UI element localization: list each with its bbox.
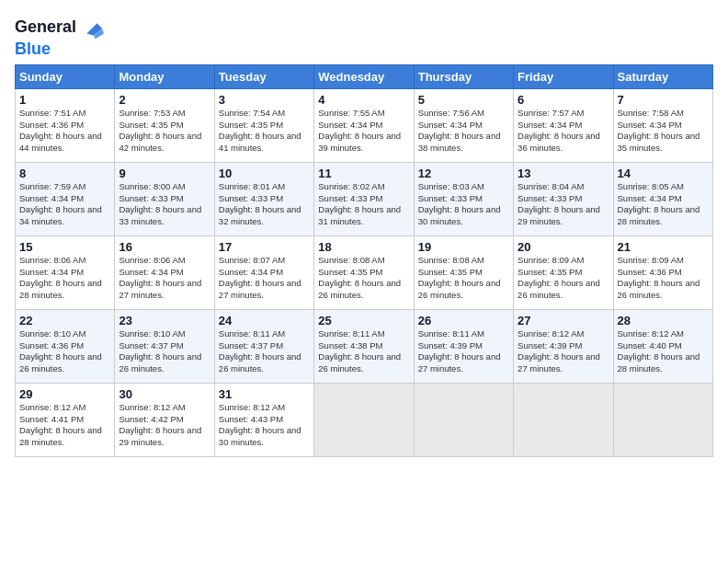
calendar-cell: 20 Sunrise: 8:09 AMSunset: 4:35 PMDaylig… — [514, 236, 613, 309]
day-number: 6 — [518, 93, 609, 107]
day-number: 7 — [618, 93, 709, 107]
logo-text-blue: Blue — [15, 40, 104, 59]
day-number: 15 — [19, 240, 110, 254]
cell-info: Sunrise: 7:58 AMSunset: 4:34 PMDaylight:… — [618, 108, 700, 153]
calendar-table: SundayMondayTuesdayWednesdayThursdayFrid… — [15, 64, 713, 457]
calendar-cell: 6 Sunrise: 7:57 AMSunset: 4:34 PMDayligh… — [514, 88, 613, 162]
logo-bird-icon — [78, 15, 104, 40]
calendar-cell: 27 Sunrise: 8:12 AMSunset: 4:39 PMDaylig… — [514, 309, 613, 383]
day-number: 3 — [219, 93, 310, 107]
cell-info: Sunrise: 8:01 AMSunset: 4:33 PMDaylight:… — [219, 181, 301, 226]
day-number: 12 — [418, 167, 509, 180]
calendar-cell — [414, 383, 513, 456]
cell-info: Sunrise: 7:54 AMSunset: 4:35 PMDaylight:… — [219, 108, 301, 153]
cell-info: Sunrise: 8:03 AMSunset: 4:33 PMDaylight:… — [418, 181, 501, 226]
header: General Blue — [15, 11, 713, 59]
day-number: 17 — [219, 240, 310, 254]
cell-info: Sunrise: 8:08 AMSunset: 4:35 PMDaylight:… — [418, 255, 501, 300]
calendar-cell — [514, 383, 613, 456]
calendar-cell: 19 Sunrise: 8:08 AMSunset: 4:35 PMDaylig… — [414, 236, 513, 309]
day-number: 31 — [219, 387, 310, 401]
cell-info: Sunrise: 7:56 AMSunset: 4:34 PMDaylight:… — [418, 108, 501, 153]
calendar-cell: 15 Sunrise: 8:06 AMSunset: 4:34 PMDaylig… — [16, 236, 115, 309]
cell-info: Sunrise: 7:51 AMSunset: 4:36 PMDaylight:… — [19, 108, 102, 153]
calendar-cell: 21 Sunrise: 8:09 AMSunset: 4:36 PMDaylig… — [613, 236, 712, 309]
cell-info: Sunrise: 7:59 AMSunset: 4:34 PMDaylight:… — [19, 181, 102, 226]
cell-info: Sunrise: 8:06 AMSunset: 4:34 PMDaylight:… — [19, 255, 102, 300]
day-number: 13 — [518, 167, 609, 180]
header-row: SundayMondayTuesdayWednesdayThursdayFrid… — [16, 64, 713, 88]
col-header-monday: Monday — [115, 64, 214, 88]
calendar-cell: 7 Sunrise: 7:58 AMSunset: 4:34 PMDayligh… — [613, 88, 712, 162]
day-number: 16 — [119, 240, 210, 254]
cell-info: Sunrise: 8:04 AMSunset: 4:33 PMDaylight:… — [518, 181, 600, 226]
day-number: 21 — [618, 240, 709, 254]
day-number: 1 — [19, 93, 110, 107]
cell-info: Sunrise: 8:11 AMSunset: 4:38 PMDaylight:… — [318, 328, 401, 373]
calendar-cell: 2 Sunrise: 7:53 AMSunset: 4:35 PMDayligh… — [115, 88, 214, 162]
day-number: 20 — [518, 240, 609, 254]
cell-info: Sunrise: 7:55 AMSunset: 4:34 PMDaylight:… — [318, 108, 401, 153]
day-number: 19 — [418, 240, 509, 254]
col-header-thursday: Thursday — [414, 64, 513, 88]
day-number: 30 — [119, 387, 210, 401]
calendar-cell: 18 Sunrise: 8:08 AMSunset: 4:35 PMDaylig… — [314, 236, 414, 309]
calendar-cell: 10 Sunrise: 8:01 AMSunset: 4:33 PMDaylig… — [214, 162, 313, 236]
calendar-cell: 25 Sunrise: 8:11 AMSunset: 4:38 PMDaylig… — [314, 309, 414, 383]
calendar-cell: 11 Sunrise: 8:02 AMSunset: 4:33 PMDaylig… — [314, 162, 414, 236]
calendar-cell: 31 Sunrise: 8:12 AMSunset: 4:43 PMDaylig… — [214, 383, 313, 456]
day-number: 10 — [219, 167, 310, 180]
calendar-cell: 30 Sunrise: 8:12 AMSunset: 4:42 PMDaylig… — [115, 383, 214, 456]
calendar-cell: 5 Sunrise: 7:56 AMSunset: 4:34 PMDayligh… — [414, 88, 513, 162]
logo: General Blue — [15, 15, 104, 59]
col-header-friday: Friday — [514, 64, 613, 88]
week-row-4: 22 Sunrise: 8:10 AMSunset: 4:36 PMDaylig… — [16, 309, 713, 383]
calendar-cell: 23 Sunrise: 8:10 AMSunset: 4:37 PMDaylig… — [115, 309, 214, 383]
cell-info: Sunrise: 8:12 AMSunset: 4:40 PMDaylight:… — [618, 328, 700, 373]
day-number: 2 — [119, 93, 210, 107]
day-number: 25 — [318, 314, 409, 327]
cell-info: Sunrise: 8:05 AMSunset: 4:34 PMDaylight:… — [618, 181, 700, 226]
week-row-3: 15 Sunrise: 8:06 AMSunset: 4:34 PMDaylig… — [16, 236, 713, 309]
cell-info: Sunrise: 7:53 AMSunset: 4:35 PMDaylight:… — [119, 108, 201, 153]
day-number: 4 — [318, 93, 409, 107]
day-number: 26 — [418, 314, 509, 327]
calendar-cell: 16 Sunrise: 8:06 AMSunset: 4:34 PMDaylig… — [115, 236, 214, 309]
calendar-cell: 14 Sunrise: 8:05 AMSunset: 4:34 PMDaylig… — [613, 162, 712, 236]
cell-info: Sunrise: 8:09 AMSunset: 4:36 PMDaylight:… — [618, 255, 700, 300]
day-number: 27 — [518, 314, 609, 327]
day-number: 29 — [19, 387, 110, 401]
week-row-1: 1 Sunrise: 7:51 AMSunset: 4:36 PMDayligh… — [16, 88, 713, 162]
day-number: 14 — [618, 167, 709, 180]
day-number: 23 — [119, 314, 210, 327]
calendar-cell: 4 Sunrise: 7:55 AMSunset: 4:34 PMDayligh… — [314, 88, 414, 162]
day-number: 5 — [418, 93, 509, 107]
calendar-cell: 26 Sunrise: 8:11 AMSunset: 4:39 PMDaylig… — [414, 309, 513, 383]
calendar-cell: 17 Sunrise: 8:07 AMSunset: 4:34 PMDaylig… — [214, 236, 313, 309]
cell-info: Sunrise: 8:06 AMSunset: 4:34 PMDaylight:… — [119, 255, 201, 300]
cell-info: Sunrise: 8:11 AMSunset: 4:37 PMDaylight:… — [219, 328, 301, 373]
cell-info: Sunrise: 8:11 AMSunset: 4:39 PMDaylight:… — [418, 328, 501, 373]
page-container: General Blue SundayMondayTuesdayWednesda… — [0, 0, 728, 465]
calendar-cell: 22 Sunrise: 8:10 AMSunset: 4:36 PMDaylig… — [16, 309, 115, 383]
cell-info: Sunrise: 8:10 AMSunset: 4:37 PMDaylight:… — [119, 328, 201, 373]
cell-info: Sunrise: 8:02 AMSunset: 4:33 PMDaylight:… — [318, 181, 401, 226]
col-header-wednesday: Wednesday — [314, 64, 414, 88]
calendar-cell: 9 Sunrise: 8:00 AMSunset: 4:33 PMDayligh… — [115, 162, 214, 236]
calendar-cell — [613, 383, 712, 456]
col-header-sunday: Sunday — [16, 64, 115, 88]
calendar-cell: 1 Sunrise: 7:51 AMSunset: 4:36 PMDayligh… — [16, 88, 115, 162]
calendar-cell: 24 Sunrise: 8:11 AMSunset: 4:37 PMDaylig… — [214, 309, 313, 383]
week-row-2: 8 Sunrise: 7:59 AMSunset: 4:34 PMDayligh… — [16, 162, 713, 236]
day-number: 11 — [318, 167, 409, 180]
cell-info: Sunrise: 8:08 AMSunset: 4:35 PMDaylight:… — [318, 255, 401, 300]
day-number: 18 — [318, 240, 409, 254]
day-number: 24 — [219, 314, 310, 327]
cell-info: Sunrise: 8:12 AMSunset: 4:39 PMDaylight:… — [518, 328, 600, 373]
day-number: 28 — [618, 314, 709, 327]
cell-info: Sunrise: 8:12 AMSunset: 4:41 PMDaylight:… — [19, 402, 102, 447]
cell-info: Sunrise: 8:07 AMSunset: 4:34 PMDaylight:… — [219, 255, 301, 300]
calendar-cell: 8 Sunrise: 7:59 AMSunset: 4:34 PMDayligh… — [16, 162, 115, 236]
day-number: 9 — [119, 167, 210, 180]
calendar-cell: 29 Sunrise: 8:12 AMSunset: 4:41 PMDaylig… — [16, 383, 115, 456]
